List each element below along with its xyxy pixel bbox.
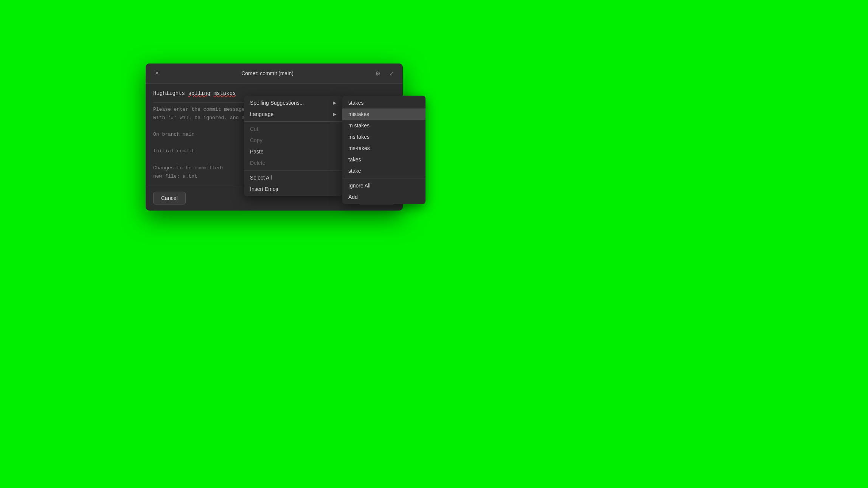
spelling-ignore-all[interactable]: Ignore All: [342, 180, 425, 191]
spelling-ignore-all-label: Ignore All: [348, 183, 370, 189]
spelling-suggestion-ms-takes[interactable]: ms takes: [342, 131, 425, 143]
settings-button[interactable]: ⚙: [373, 68, 383, 79]
spelling-suggestion-stake[interactable]: stake: [342, 165, 425, 177]
text-before: Highlights: [153, 90, 188, 96]
menu-item-cut: Cut: [244, 123, 342, 135]
menu-item-copy-label: Copy: [250, 137, 262, 143]
cancel-button[interactable]: Cancel: [153, 192, 186, 204]
menu-item-select-all-label: Select All: [250, 175, 272, 181]
spelling-add[interactable]: Add: [342, 191, 425, 203]
misspelled-word-1: splling: [188, 90, 210, 96]
menu-item-delete-label: Delete: [250, 160, 265, 166]
text-between: [210, 90, 213, 96]
gear-icon: ⚙: [375, 70, 380, 77]
expand-button[interactable]: ⤢: [386, 68, 397, 79]
menu-item-spelling-label: Spelling Suggestions...: [250, 100, 304, 106]
spelling-suggestion-stake-label: stake: [348, 168, 361, 174]
menu-item-paste[interactable]: Paste: [244, 146, 342, 157]
expand-icon: ⤢: [389, 70, 394, 77]
misspelled-word-2: mstakes: [214, 90, 236, 96]
spelling-suggestion-takes-label: takes: [348, 156, 361, 163]
menu-separator-1: [244, 121, 342, 122]
menu-item-delete: Delete: [244, 157, 342, 169]
spelling-suggestion-mistakes[interactable]: mistakes: [342, 108, 425, 120]
close-icon: ×: [155, 70, 158, 77]
menu-item-language-label: Language: [250, 111, 273, 117]
menu-item-language[interactable]: Language ▶: [244, 108, 342, 120]
menu-item-insert-emoji-label: Insert Emoji: [250, 186, 278, 192]
spelling-suggestion-ms-takes-hyphen-label: ms-takes: [348, 145, 370, 151]
menu-item-insert-emoji[interactable]: Insert Emoji: [244, 183, 342, 195]
menu-item-select-all[interactable]: Select All: [244, 172, 342, 183]
submenu-separator-1: [342, 178, 425, 178]
titlebar: × Comet: commit (main) ⚙ ⤢: [146, 64, 403, 84]
menu-item-paste-label: Paste: [250, 149, 264, 155]
spelling-suggestion-m-stakes-label: m stakes: [348, 122, 370, 129]
spelling-add-label: Add: [348, 194, 358, 200]
menu-separator-2: [244, 170, 342, 170]
submenu-arrow-icon-lang: ▶: [333, 112, 336, 117]
menu-item-cut-label: Cut: [250, 126, 258, 132]
spelling-suggestion-takes[interactable]: takes: [342, 154, 425, 165]
submenu-arrow-icon: ▶: [333, 100, 336, 105]
menu-item-copy: Copy: [244, 135, 342, 146]
context-menu: Spelling Suggestions... ▶ Language ▶ Cut…: [244, 96, 342, 196]
titlebar-actions: ⚙ ⤢: [373, 68, 397, 79]
window-title: Comet: commit (main): [241, 70, 293, 76]
close-button[interactable]: ×: [152, 68, 162, 79]
spelling-submenu: stakes mistakes m stakes ms takes ms-tak…: [342, 96, 425, 204]
spelling-suggestion-mistakes-label: mistakes: [348, 111, 369, 117]
spelling-suggestion-stakes-label: stakes: [348, 100, 363, 106]
spelling-suggestion-m-stakes[interactable]: m stakes: [342, 120, 425, 131]
spelling-suggestion-ms-takes-label: ms takes: [348, 134, 370, 140]
spelling-suggestion-ms-takes-hyphen[interactable]: ms-takes: [342, 143, 425, 154]
spelling-suggestion-stakes[interactable]: stakes: [342, 97, 425, 108]
menu-item-spelling[interactable]: Spelling Suggestions... ▶: [244, 97, 342, 108]
